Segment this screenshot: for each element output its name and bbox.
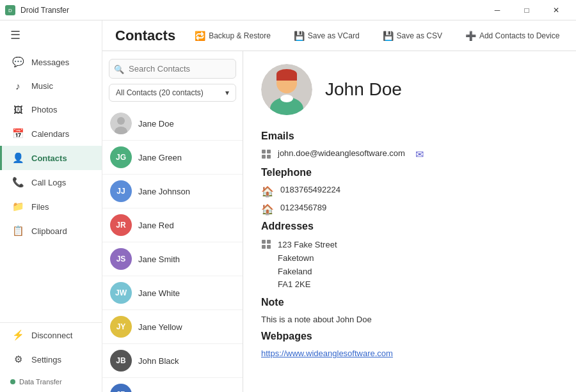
list-item[interactable]: Jane Doe (102, 107, 243, 141)
note-section: Note This is a note about John Doe (261, 297, 558, 324)
filter-dropdown[interactable]: All Contacts (20 contacts) ▾ (109, 84, 236, 102)
list-item[interactable]: JB John Black (102, 344, 243, 378)
email-row: john.doe@wideanglesoftware.com ✉ (261, 148, 558, 162)
address-row: 123 Fake StreetFaketownFakelandFA1 2KE (261, 239, 558, 292)
search-input[interactable] (109, 59, 236, 79)
svg-rect-21 (267, 245, 271, 249)
emails-section: Emails john.doe@wideanglesoftware.com ✉ (261, 130, 558, 162)
sidebar-item-files[interactable]: 📁 Files (0, 194, 102, 219)
backup-restore-label: Backup & Restore (209, 31, 271, 40)
addresses-section: Addresses 123 Fake StreetFaketownFakel (261, 221, 558, 292)
sidebar-item-messages[interactable]: 💬 Messages (0, 50, 102, 74)
sidebar-item-label: Settings (31, 355, 61, 365)
hamburger-menu[interactable]: ☰ (0, 20, 102, 50)
main-content: Contacts 🔁 Backup & Restore 💾 Save as VC… (102, 20, 576, 392)
connection-indicator (10, 379, 15, 384)
list-item[interactable]: JY Jane Yellow (102, 310, 243, 344)
list-item[interactable]: JR Jane Red (102, 208, 243, 242)
webpages-section-title: Webpages (261, 331, 558, 342)
calendars-icon: 📅 (12, 128, 24, 139)
sidebar-item-clipboard[interactable]: 📋 Clipboard (0, 219, 102, 243)
clipboard-icon: 📋 (12, 225, 24, 237)
list-item[interactable]: JJ Jane Johnson (102, 175, 243, 208)
webpage-link[interactable]: https://www.wideanglesoftware.com (261, 349, 393, 358)
disconnect-icon: ⚡ (12, 329, 24, 341)
svg-rect-12 (276, 74, 297, 81)
svg-rect-15 (267, 150, 271, 153)
contact-name: John Black (138, 356, 179, 366)
list-item[interactable]: JS Jane Smith (102, 242, 243, 276)
sidebar-item-disconnect[interactable]: ⚡ Disconnect (0, 323, 102, 347)
svg-rect-17 (267, 155, 271, 159)
avatar: JJ (110, 180, 132, 202)
contact-name: Jane Yellow (138, 322, 182, 332)
page-title: Contacts (115, 27, 175, 44)
address-value: 123 Fake StreetFaketownFakelandFA1 2KE (278, 239, 337, 292)
contacts-icon: 👤 (12, 152, 24, 164)
contact-name: Jane Smith (138, 255, 180, 264)
list-item[interactable]: JB John Blue (102, 378, 243, 392)
save-vcard-icon: 💾 (294, 31, 305, 41)
toolbar: Contacts 🔁 Backup & Restore 💾 Save as VC… (102, 20, 576, 51)
sidebar-item-music[interactable]: ♪ Music (0, 74, 102, 98)
sidebar-item-photos[interactable]: 🖼 Photos (0, 98, 102, 122)
contact-name: Jane Doe (138, 119, 174, 129)
content-area: 🔍 All Contacts (20 contacts) ▾ (102, 51, 576, 392)
sidebar-item-label: Photos (31, 105, 57, 114)
save-csv-button[interactable]: 💾 Save as CSV (376, 27, 449, 45)
avatar: JW (110, 282, 132, 304)
sidebar-item-label: Music (31, 81, 53, 91)
search-box: 🔍 (109, 59, 236, 79)
telephone-section: Telephone 🏠 0183765492224 🏠 0123456789 (261, 167, 558, 216)
close-button[interactable]: ✕ (541, 0, 571, 20)
save-vcard-button[interactable]: 💾 Save as VCard (287, 27, 366, 45)
sidebar-item-label: Contacts (31, 153, 67, 163)
sidebar: ☰ 💬 Messages ♪ Music 🖼 Photos 📅 Calendar… (0, 20, 102, 392)
contact-name: Jane Green (138, 153, 182, 162)
sidebar-item-calendars[interactable]: 📅 Calendars (0, 122, 102, 146)
list-item[interactable]: JG Jane Green (102, 141, 243, 175)
save-vcard-label: Save as VCard (308, 31, 360, 40)
contact-name: John Blue (138, 390, 175, 393)
avatar (110, 113, 132, 134)
send-email-button[interactable]: ✉ (415, 148, 424, 161)
detail-panel: John Doe Emails (243, 51, 576, 392)
music-icon: ♪ (12, 81, 24, 91)
avatar: JS (110, 248, 132, 270)
backup-restore-button[interactable]: 🔁 Backup & Restore (188, 27, 277, 45)
sidebar-item-label: Messages (31, 58, 69, 67)
photos-icon: 🖼 (12, 104, 24, 115)
sidebar-bottom: ⚡ Disconnect ⚙ Settings Data Transfer (0, 322, 102, 392)
sidebar-item-contacts[interactable]: 👤 Contacts (0, 146, 102, 170)
phone-row-2: 🏠 0123456789 (261, 203, 558, 216)
list-item[interactable]: JW Jane White (102, 276, 243, 310)
chevron-down-icon: ▾ (225, 88, 229, 97)
grid-icon (261, 149, 271, 162)
svg-rect-19 (267, 240, 271, 244)
sidebar-item-call-logs[interactable]: 📞 Call Logs (0, 170, 102, 194)
avatar: JG (110, 146, 132, 168)
files-icon: 📁 (12, 201, 24, 212)
sidebar-item-label: Call Logs (31, 178, 66, 187)
svg-rect-14 (262, 150, 266, 153)
titlebar-left: D Droid Transfer (5, 5, 69, 15)
data-transfer-status: Data Transfer (0, 372, 102, 392)
add-contacts-label: Add Contacts to Device (479, 31, 559, 40)
avatar: JB (110, 384, 132, 392)
messages-icon: 💬 (12, 56, 24, 68)
sidebar-item-label: Clipboard (31, 226, 67, 236)
data-transfer-label: Data Transfer (19, 378, 62, 386)
maximize-button[interactable]: □ (512, 0, 541, 20)
email-value: john.doe@wideanglesoftware.com (278, 148, 405, 158)
contact-list-panel: 🔍 All Contacts (20 contacts) ▾ (102, 51, 243, 392)
svg-text:D: D (8, 8, 12, 13)
phone-value-1: 0183765492224 (280, 185, 340, 194)
addresses-section-title: Addresses (261, 221, 558, 232)
sidebar-item-settings[interactable]: ⚙ Settings (0, 347, 102, 372)
minimize-button[interactable]: ─ (483, 0, 512, 20)
webpages-section: Webpages https://www.wideanglesoftware.c… (261, 331, 558, 358)
filter-label: All Contacts (20 contacts) (116, 88, 204, 97)
add-contacts-button[interactable]: ➕ Add Contacts to Device (459, 27, 566, 45)
svg-rect-18 (262, 240, 266, 244)
phone-value-2: 0123456789 (280, 203, 326, 212)
